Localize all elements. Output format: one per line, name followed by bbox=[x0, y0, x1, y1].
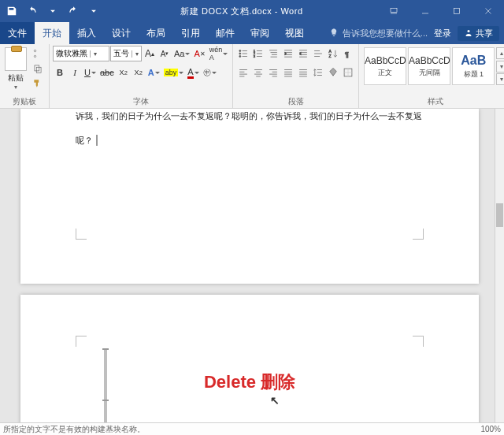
enclose-char-button[interactable]: ㊥ bbox=[202, 65, 218, 80]
font-size-combo[interactable]: 五号▾ bbox=[110, 46, 142, 61]
borders-button[interactable] bbox=[341, 65, 355, 80]
login-link[interactable]: 登录 bbox=[434, 28, 451, 39]
styles-more-icon[interactable]: ▾ bbox=[496, 73, 504, 85]
ltr-button[interactable] bbox=[311, 46, 325, 61]
svg-point-9 bbox=[239, 55, 241, 57]
lightbulb-icon bbox=[328, 28, 339, 39]
subscript-button[interactable]: X2 bbox=[117, 65, 131, 80]
phonetic-guide-button[interactable]: wénA bbox=[208, 46, 230, 61]
svg-rect-1 bbox=[454, 9, 460, 14]
ribbon: 粘贴 ▾ 剪贴板 微软雅黑▾ 五号▾ A▴ A▾ Aa A✕ wénA B bbox=[0, 44, 504, 109]
style-preview: AaBbCcD bbox=[365, 55, 406, 66]
align-left-button[interactable] bbox=[236, 65, 250, 80]
underline-button[interactable]: U bbox=[83, 65, 98, 80]
page-margin-corner-icon bbox=[76, 229, 87, 240]
body-text-line[interactable]: 呢？ bbox=[76, 133, 93, 148]
styles-up-icon[interactable]: ▴ bbox=[496, 47, 504, 59]
distribute-button[interactable] bbox=[296, 65, 310, 80]
increase-indent-button[interactable] bbox=[296, 46, 310, 61]
align-center-button[interactable] bbox=[251, 65, 265, 80]
style-name: 标题 1 bbox=[464, 69, 484, 80]
tab-view[interactable]: 视图 bbox=[277, 22, 312, 44]
styles-down-icon[interactable]: ▾ bbox=[496, 61, 504, 72]
grow-font-button[interactable]: A▴ bbox=[143, 46, 157, 61]
svg-text:Z: Z bbox=[329, 54, 332, 58]
style-heading1[interactable]: AaB 标题 1 bbox=[452, 47, 495, 85]
status-bar: 所指定的文字不是有效的构建基块名称。 100% bbox=[0, 422, 504, 435]
ribbon-tabs: 文件 开始 插入 设计 布局 引用 邮件 审阅 视图 告诉我您想要做什么... … bbox=[0, 22, 504, 44]
bold-button[interactable]: B bbox=[53, 65, 67, 80]
svg-rect-0 bbox=[391, 9, 397, 13]
multilevel-button[interactable] bbox=[266, 46, 280, 61]
cursor-pointer-icon: ↖ bbox=[270, 394, 280, 407]
justify-button[interactable] bbox=[281, 65, 295, 80]
page-2[interactable]: Delete 删除 ↖ bbox=[20, 295, 479, 422]
close-button[interactable] bbox=[472, 0, 504, 22]
decrease-indent-button[interactable] bbox=[281, 46, 295, 61]
shrink-font-button[interactable]: A▾ bbox=[158, 46, 172, 61]
show-marks-button[interactable]: ¶ bbox=[341, 46, 355, 61]
vertical-scrollbar[interactable] bbox=[495, 109, 504, 422]
qat-more-icon[interactable] bbox=[85, 2, 102, 20]
scrollbar-thumb[interactable] bbox=[496, 203, 503, 227]
group-label-font: 字体 bbox=[53, 95, 229, 108]
change-case-button[interactable]: Aa bbox=[172, 46, 191, 61]
copy-button[interactable] bbox=[32, 62, 44, 75]
tab-review[interactable]: 审阅 bbox=[243, 22, 277, 44]
text-effects-button[interactable]: A bbox=[146, 65, 161, 80]
style-preview: AaB bbox=[461, 54, 486, 68]
tab-file[interactable]: 文件 bbox=[0, 22, 35, 44]
tab-references[interactable]: 引用 bbox=[173, 22, 208, 44]
page-margin-corner-icon bbox=[76, 336, 87, 347]
align-right-button[interactable] bbox=[266, 65, 280, 80]
sort-button[interactable]: AZ bbox=[326, 46, 340, 61]
tab-home[interactable]: 开始 bbox=[35, 22, 69, 44]
strikethrough-button[interactable]: abc bbox=[98, 65, 116, 80]
superscript-button[interactable]: X2 bbox=[132, 65, 146, 80]
highlight-button[interactable]: aby bbox=[162, 65, 186, 80]
undo-button[interactable] bbox=[24, 2, 41, 20]
style-no-spacing[interactable]: AaBbCcD 无间隔 bbox=[408, 47, 450, 85]
line-spacing-button[interactable] bbox=[311, 65, 325, 80]
cut-button[interactable] bbox=[32, 47, 44, 60]
style-normal[interactable]: AaBbCcD 正文 bbox=[364, 47, 406, 85]
page-margin-corner-icon bbox=[413, 336, 424, 347]
shading-button[interactable] bbox=[326, 65, 340, 80]
styles-gallery-scroll[interactable]: ▴ ▾ ▾ bbox=[496, 47, 504, 85]
save-button[interactable] bbox=[3, 2, 20, 20]
share-button[interactable]: 共享 bbox=[458, 26, 499, 41]
clear-formatting-button[interactable]: A✕ bbox=[192, 46, 206, 61]
document-canvas[interactable]: 诉我，我们的日子为什么一去不复返呢？聪明的，你告诉我，我们的日子为什么一去不复返… bbox=[0, 109, 504, 422]
paste-button[interactable]: 粘贴 ▾ bbox=[3, 46, 28, 92]
svg-text:3: 3 bbox=[254, 54, 256, 58]
svg-text:¶: ¶ bbox=[345, 50, 349, 58]
minimize-button[interactable] bbox=[410, 0, 441, 22]
style-preview: AaBbCcD bbox=[409, 55, 450, 66]
format-painter-button[interactable] bbox=[32, 77, 44, 90]
italic-button[interactable]: I bbox=[68, 65, 82, 80]
undo-arrow-icon[interactable] bbox=[44, 2, 61, 20]
maximize-button[interactable] bbox=[441, 0, 472, 22]
tab-mailings[interactable]: 邮件 bbox=[208, 22, 243, 44]
svg-point-2 bbox=[468, 30, 470, 32]
body-text-line[interactable]: 诉我，我们的日子为什么一去不复返呢？聪明的，你告诉我，我们的日子为什么一去不复返 bbox=[76, 109, 424, 124]
font-name-value: 微软雅黑 bbox=[54, 48, 90, 59]
font-size-value: 五号 bbox=[111, 48, 132, 59]
paste-label: 粘贴 bbox=[8, 72, 24, 84]
bullets-button[interactable] bbox=[236, 46, 250, 61]
font-name-combo[interactable]: 微软雅黑▾ bbox=[53, 46, 109, 61]
page-1[interactable]: 诉我，我们的日子为什么一去不复返呢？聪明的，你告诉我，我们的日子为什么一去不复返… bbox=[20, 109, 479, 284]
tell-me-input[interactable]: 告诉我您想要做什么... bbox=[328, 28, 428, 39]
redo-button[interactable] bbox=[65, 2, 82, 20]
annotation-text: Delete 删除 ↖ bbox=[76, 370, 424, 394]
tab-layout[interactable]: 布局 bbox=[139, 22, 173, 44]
numbering-button[interactable]: 123 bbox=[251, 46, 265, 61]
tab-design[interactable]: 设计 bbox=[104, 22, 139, 44]
ribbon-options-button[interactable] bbox=[378, 0, 410, 22]
svg-rect-6 bbox=[36, 67, 41, 72]
clipboard-icon bbox=[5, 47, 27, 71]
tab-insert[interactable]: 插入 bbox=[69, 22, 104, 44]
status-message: 所指定的文字不是有效的构建基块名称。 bbox=[3, 424, 145, 435]
font-color-button[interactable]: A bbox=[186, 65, 200, 80]
zoom-level[interactable]: 100% bbox=[480, 425, 501, 433]
